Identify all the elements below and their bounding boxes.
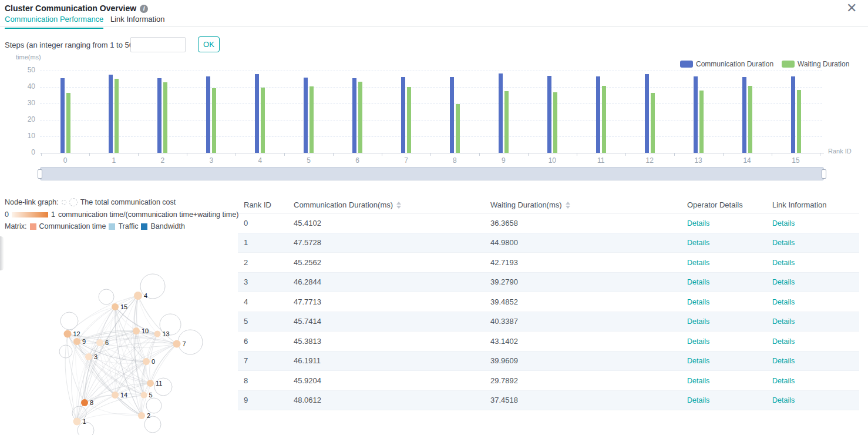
graph-node-10[interactable] [133, 327, 140, 334]
bar-wait-rank-12[interactable] [651, 93, 655, 153]
graph-node-9[interactable] [73, 338, 80, 345]
y-tick-30: 30 [15, 99, 35, 107]
graph-node-12[interactable] [64, 330, 72, 338]
operator-details-link[interactable]: Details [687, 298, 709, 306]
operator-details-link[interactable]: Details [687, 317, 709, 326]
graph-node-1[interactable] [73, 418, 81, 426]
bar-comm-rank-15[interactable] [791, 76, 795, 153]
cell-rank-id: 5 [238, 317, 294, 326]
bar-wait-rank-5[interactable] [309, 86, 314, 153]
bar-wait-rank-10[interactable] [553, 92, 557, 153]
operator-details-link[interactable]: Details [687, 337, 709, 346]
link-information-link[interactable]: Details [772, 298, 795, 306]
link-information-link[interactable]: Details [772, 377, 795, 385]
bar-comm-rank-14[interactable] [742, 77, 746, 153]
datazoom-right-handle[interactable] [822, 169, 826, 179]
sort-waiting-duration-icon[interactable] [566, 202, 570, 209]
operator-details-link[interactable]: Details [687, 396, 709, 404]
operator-details-link[interactable]: Details [687, 357, 709, 365]
graph-node-label-10: 10 [142, 327, 149, 334]
bar-comm-rank-10[interactable] [547, 76, 551, 153]
operator-details-link[interactable]: Details [687, 259, 709, 267]
gradient-min-label: 0 [5, 210, 9, 219]
bar-comm-rank-7[interactable] [401, 77, 405, 153]
link-information-link[interactable]: Details [772, 317, 795, 326]
graph-node-8[interactable] [81, 399, 88, 406]
node-link-graph[interactable]: 4151210137963011145821 [52, 270, 204, 435]
tab-communication-performance[interactable]: Communication Performance [5, 15, 103, 29]
table-body: 045.410236.3658DetailsDetails147.572844.… [238, 213, 859, 410]
graph-node-7[interactable] [173, 340, 181, 348]
graph-node-2[interactable] [138, 412, 145, 419]
link-information-link[interactable]: Details [772, 278, 795, 286]
link-information-link[interactable]: Details [772, 219, 795, 227]
bar-wait-rank-14[interactable] [748, 86, 752, 153]
cell-communication-duration: 45.2562 [294, 258, 490, 267]
bar-comm-rank-4[interactable] [255, 74, 259, 153]
table-row-rank-4: 447.771339.4852DetailsDetails [238, 292, 859, 312]
link-information-link[interactable]: Details [772, 259, 795, 267]
graph-node-4[interactable] [134, 292, 142, 300]
operator-details-link[interactable]: Details [687, 377, 709, 385]
chart-datazoom-slider[interactable] [40, 167, 824, 180]
bar-wait-rank-13[interactable] [699, 91, 704, 153]
link-information-link[interactable]: Details [772, 396, 795, 404]
bar-wait-rank-8[interactable] [456, 104, 460, 153]
bar-comm-rank-8[interactable] [450, 77, 454, 153]
bar-comm-rank-3[interactable] [206, 76, 210, 153]
graph-node-14[interactable] [112, 392, 119, 399]
bar-comm-rank-6[interactable] [352, 78, 356, 153]
small-node-circle-icon [62, 200, 66, 205]
graph-node-3[interactable] [85, 353, 92, 360]
cell-waiting-duration: 39.9609 [490, 356, 687, 365]
cell-communication-duration: 45.4102 [294, 219, 490, 227]
bar-wait-rank-0[interactable] [66, 93, 70, 153]
col-comm-label: Communication Duration(ms) [294, 200, 393, 209]
bar-wait-rank-11[interactable] [602, 86, 606, 153]
bar-comm-rank-13[interactable] [694, 76, 698, 153]
link-information-link[interactable]: Details [772, 357, 795, 365]
bar-wait-rank-9[interactable] [504, 91, 509, 153]
operator-details-link[interactable]: Details [687, 219, 709, 227]
close-icon[interactable]: ✕ [846, 2, 857, 15]
cell-rank-id: 9 [238, 396, 294, 404]
graph-node-15[interactable] [112, 303, 119, 310]
graph-node-11[interactable] [147, 380, 154, 387]
drawer-edge-shadow [0, 236, 4, 270]
info-icon[interactable]: i [140, 5, 148, 13]
link-information-link[interactable]: Details [772, 337, 795, 346]
graph-node-0[interactable] [143, 358, 150, 365]
link-information-link[interactable]: Details [772, 239, 795, 247]
bar-wait-rank-2[interactable] [163, 82, 167, 153]
bar-wait-rank-3[interactable] [212, 88, 216, 153]
bar-wait-rank-15[interactable] [797, 90, 801, 153]
bar-comm-rank-5[interactable] [304, 78, 308, 153]
bar-comm-rank-1[interactable] [109, 75, 113, 153]
bar-comm-rank-11[interactable] [596, 76, 600, 153]
graph-node-5[interactable] [141, 392, 147, 399]
bar-wait-rank-6[interactable] [358, 82, 362, 153]
ok-button[interactable]: OK [198, 36, 220, 52]
graph-node-label-14: 14 [120, 392, 127, 399]
tab-link-information[interactable]: Link Information [110, 15, 165, 28]
bar-wait-rank-1[interactable] [115, 79, 119, 153]
steps-input[interactable] [130, 37, 186, 52]
graph-node-13[interactable] [154, 331, 161, 337]
graph-node-6[interactable] [96, 339, 103, 346]
bar-comm-rank-0[interactable] [60, 78, 65, 153]
operator-details-link: Details [687, 337, 772, 346]
communication-bar-chart[interactable]: 010203040500123456789101112131415 [0, 53, 868, 165]
bar-comm-rank-12[interactable] [645, 74, 649, 153]
bar-wait-rank-7[interactable] [407, 87, 411, 153]
operator-details-link[interactable]: Details [687, 278, 709, 286]
cell-communication-duration: 45.3813 [294, 337, 490, 346]
operator-details-link[interactable]: Details [687, 239, 709, 247]
y-tick-40: 40 [15, 82, 35, 91]
sort-communication-duration-icon[interactable] [396, 202, 401, 209]
cell-waiting-duration: 42.7193 [490, 258, 687, 267]
bar-wait-rank-4[interactable] [261, 88, 265, 153]
bar-comm-rank-2[interactable] [157, 78, 162, 153]
link-information-link: Details [772, 238, 859, 247]
bar-comm-rank-9[interactable] [499, 73, 503, 153]
datazoom-left-handle[interactable] [38, 169, 42, 179]
